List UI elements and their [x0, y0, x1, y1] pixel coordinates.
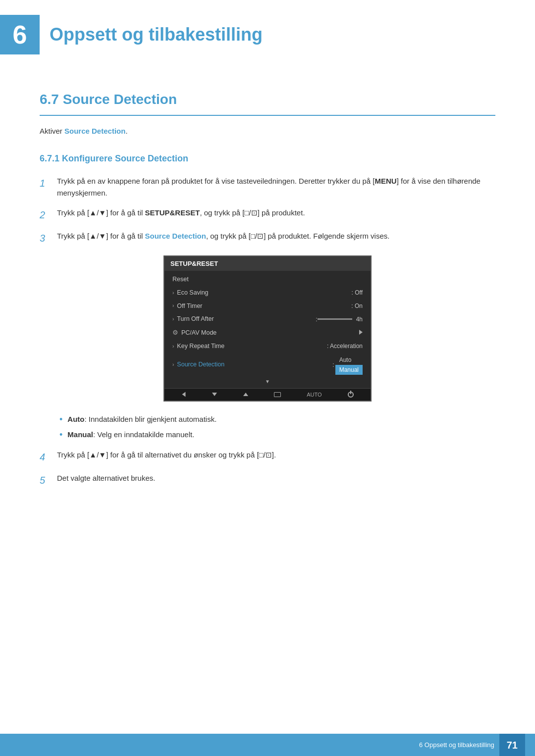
footer-text: 6 Oppsett og tilbakestilling — [419, 740, 494, 750]
bullet-term-manual: Manual — [67, 430, 93, 439]
menu-item-reset: Reset — [164, 273, 371, 286]
step-4: 4 Trykk på [▲/▼] for å gå til alternativ… — [40, 449, 495, 464]
step-3-text: Trykk på [▲/▼] for å gå til Source Detec… — [57, 230, 495, 242]
scroll-down-icon: ▼ — [265, 378, 270, 385]
nav-enter-icon — [274, 392, 281, 397]
steps-list-cont: 4 Trykk på [▲/▼] for å gå til alternativ… — [40, 449, 495, 488]
bullet-item-manual: • Manual: Velg en inndatakilde manuelt. — [59, 429, 495, 441]
bullet-colon-auto: : — [84, 415, 88, 423]
bullet-keyrepeat: › — [172, 343, 174, 350]
bullet-text-manual: Manual: Velg en inndatakilde manuelt. — [67, 429, 495, 441]
intro-prefix: Aktiver — [40, 127, 64, 135]
slider-bar — [318, 318, 352, 320]
subsection-heading: 6.7.1 Konfigurere Source Detection — [40, 152, 495, 165]
subsection-number: 6.7.1 — [40, 153, 59, 163]
step-4-number: 4 — [40, 449, 57, 464]
menu-label-source: Source Detection — [177, 360, 332, 369]
dropdown-container: Auto Manual — [335, 355, 363, 375]
menu-label-reset: Reset — [172, 275, 363, 284]
nav-auto-icon: AUTO — [307, 391, 321, 399]
chapter-number-block: 6 — [0, 15, 40, 54]
step-2-number: 2 — [40, 207, 57, 222]
bullet-dot-auto: • — [59, 414, 62, 425]
screen-title: SETUP&RESET — [170, 260, 218, 267]
intro-highlight: Source Detection — [64, 127, 125, 135]
step-1-number: 1 — [40, 175, 57, 191]
menu-value-keyrepeat: : Acceleration — [327, 342, 363, 351]
section-heading: 6.7 Source Detection — [40, 89, 495, 116]
bullet-term-auto: Auto — [67, 415, 84, 423]
step-5-text: Det valgte alternativet brukes. — [57, 472, 495, 484]
bullet-text-auto: Auto: Inndatakilden blir gjenkjent autom… — [67, 414, 495, 425]
steps-list: 1 Trykk på en av knappene foran på produ… — [40, 175, 495, 246]
menu-item-pcav: ⚙ PC/AV Mode — [164, 326, 371, 340]
bullet-desc-manual: Velg en inndatakilde manuelt. — [97, 430, 194, 439]
section-number: 6.7 — [40, 92, 59, 107]
chapter-title: Oppsett og tilbakestilling — [50, 21, 263, 48]
enter-shape-icon — [274, 392, 281, 397]
slider-value: 4h — [356, 315, 363, 324]
intro-suffix: . — [125, 127, 127, 135]
intro-paragraph: Aktiver Source Detection. — [40, 126, 495, 137]
footer-page-number: 71 — [499, 734, 525, 756]
bullet-list: • Auto: Inndatakilden blir gjenkjent aut… — [59, 414, 495, 441]
step-5-number: 5 — [40, 472, 57, 488]
menu-item-source-detection: › Source Detection : Auto Manual — [164, 353, 371, 377]
up-arrow-icon — [243, 393, 248, 396]
page-footer: 6 Oppsett og tilbakestilling 71 — [0, 734, 535, 756]
bullet-timer: › — [172, 302, 174, 309]
step-1: 1 Trykk på en av knappene foran på produ… — [40, 175, 495, 199]
screen-mockup: SETUP&RESET Reset › Eco Saving : Off › O… — [163, 255, 372, 402]
menu-item-turn-off: › Turn Off After : 4h — [164, 312, 371, 326]
bullet-eco: › — [172, 289, 174, 297]
nav-down-icon — [212, 393, 217, 396]
menu-value-timer: : On — [351, 302, 363, 310]
nav-up-icon — [243, 393, 248, 396]
screen-menu-items: Reset › Eco Saving : Off › Off Timer : O… — [164, 271, 371, 388]
menu-label-keyrepeat: Key Repeat Time — [177, 342, 327, 351]
arrow-right-icon — [357, 328, 363, 338]
bullet-item-auto: • Auto: Inndatakilden blir gjenkjent aut… — [59, 414, 495, 425]
screen-mockup-container: SETUP&RESET Reset › Eco Saving : Off › O… — [40, 255, 495, 402]
main-content: 6.7 Source Detection Aktiver Source Dete… — [0, 69, 535, 535]
bullet-dot-manual: • — [59, 429, 62, 441]
down-arrow-icon — [212, 393, 217, 396]
bullet-turnoff: › — [172, 315, 174, 323]
chapter-header: 6 Oppsett og tilbakestilling — [0, 0, 535, 64]
step-2: 2 Trykk på [▲/▼] for å gå til SETUP&RESE… — [40, 207, 495, 222]
step-2-text: Trykk på [▲/▼] for å gå til SETUP&RESET,… — [57, 207, 495, 219]
screen-bottom-bar: AUTO — [164, 388, 371, 401]
screen-title-bar: SETUP&RESET — [164, 256, 371, 271]
chapter-number: 6 — [13, 22, 27, 48]
menu-scroll-indicator: ▼ — [164, 377, 371, 386]
dropdown-manual: Manual — [335, 365, 363, 375]
menu-label-turnoff: Turn Off After — [177, 314, 316, 324]
step-1-text: Trykk på en av knappene foran på produkt… — [57, 175, 495, 199]
footer-content: 6 Oppsett og tilbakestilling 71 — [419, 734, 525, 756]
step-3-number: 3 — [40, 230, 57, 246]
menu-item-off-timer: › Off Timer : On — [164, 300, 371, 313]
gear-icon-area: ⚙ — [172, 328, 181, 338]
gear-icon: ⚙ — [172, 329, 178, 336]
nav-power-icon — [348, 392, 354, 398]
menu-label-timer: Off Timer — [177, 302, 351, 311]
menu-item-eco-saving: › Eco Saving : Off — [164, 286, 371, 300]
subsection-title: Konfigurere Source Detection — [62, 153, 188, 163]
auto-label: AUTO — [307, 391, 321, 399]
bullet-desc-auto: Inndatakilden blir gjenkjent automatisk. — [89, 415, 217, 423]
menu-item-key-repeat: › Key Repeat Time : Acceleration — [164, 340, 371, 353]
menu-label-eco: Eco Saving — [177, 288, 351, 298]
nav-left-icon — [181, 393, 186, 396]
step-5: 5 Det valgte alternativet brukes. — [40, 472, 495, 488]
menu-value-source: : — [332, 360, 334, 369]
slider-container: 4h — [318, 315, 363, 324]
step-4-text: Trykk på [▲/▼] for å gå til alternativet… — [57, 449, 495, 461]
bullet-source: › — [172, 361, 174, 368]
power-icon-shape — [348, 392, 354, 398]
dropdown-auto: Auto — [335, 355, 363, 365]
section-title: Source Detection — [63, 92, 177, 107]
step-3: 3 Trykk på [▲/▼] for å gå til Source Det… — [40, 230, 495, 246]
menu-value-eco: : Off — [352, 288, 363, 297]
arrow-right-shape — [359, 330, 363, 335]
menu-label-pcav: PC/AV Mode — [181, 328, 357, 338]
